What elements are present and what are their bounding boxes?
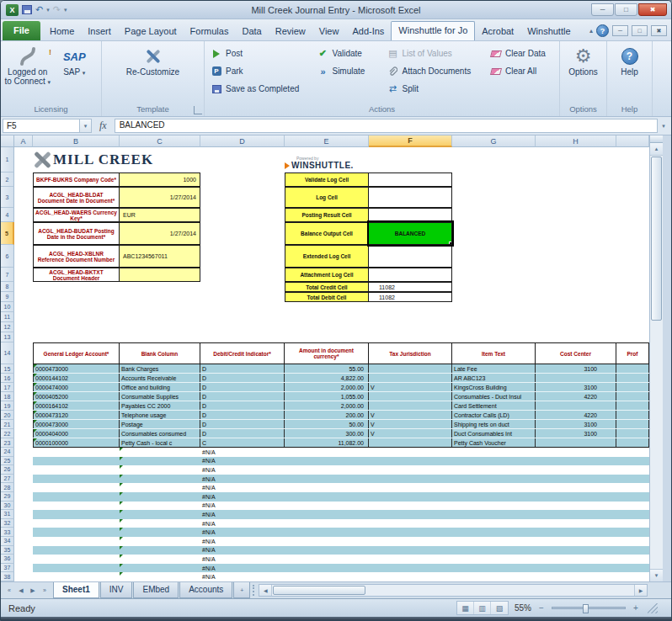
scroll-left-icon[interactable]: ◀ — [259, 585, 272, 596]
last-sheet-icon[interactable]: » — [40, 587, 50, 593]
row-header-26[interactable]: 26 — [1, 465, 14, 475]
ledger-cell[interactable]: 0000474000 — [33, 383, 120, 391]
row-header-17[interactable]: 17 — [1, 383, 14, 392]
row-header-7[interactable]: 7 — [1, 268, 14, 282]
page-break-view-icon[interactable]: ▧ — [491, 602, 508, 614]
ledger-cell[interactable]: 11,082.00 — [285, 438, 369, 447]
ledger-cell[interactable]: 4220 — [536, 411, 616, 419]
sheet-tab-sheet1[interactable]: Sheet1 — [53, 582, 99, 598]
ledger-cell[interactable]: V — [369, 429, 452, 438]
column-header-b[interactable]: B — [33, 135, 120, 147]
na-value[interactable]: #N/A — [202, 528, 216, 537]
post-button[interactable]: Post — [208, 45, 314, 62]
ledger-cell[interactable]: C — [200, 438, 285, 447]
field-value[interactable] — [120, 268, 200, 282]
row-header-1[interactable]: 1 — [1, 147, 14, 172]
recustomize-button[interactable]: Re-Customize — [120, 45, 187, 77]
scroll-right-icon[interactable]: ▶ — [634, 585, 647, 596]
qat-customize-icon[interactable]: ▾ — [64, 7, 67, 13]
ledger-cell[interactable]: D — [200, 392, 285, 401]
ledger-cell[interactable]: Consumables consumed — [120, 429, 200, 438]
ledger-cell[interactable]: V — [369, 383, 452, 391]
row-header-29[interactable]: 29 — [1, 492, 14, 502]
scroll-up-icon[interactable]: ▲ — [650, 143, 663, 156]
collapse-ribbon-icon[interactable]: ▴ — [589, 27, 593, 34]
na-value[interactable]: #N/A — [202, 483, 216, 492]
help-icon[interactable]: ? — [596, 24, 609, 37]
row-header-33[interactable]: 33 — [1, 528, 14, 537]
sap-button[interactable]: SAP SAP ▾ — [51, 45, 99, 77]
tab-file[interactable]: File — [3, 21, 40, 40]
row-header-34[interactable]: 34 — [1, 537, 14, 546]
row-header-35[interactable]: 35 — [1, 546, 14, 555]
tab-winshuttle-for-jo[interactable]: Winshuttle for Jo — [391, 21, 475, 40]
ledger-cell[interactable]: D — [200, 383, 285, 391]
vertical-scroll-thumb[interactable] — [651, 157, 662, 321]
log-value[interactable] — [369, 172, 452, 187]
tab-acrobat[interactable]: Acrobat — [475, 23, 520, 40]
ledger-cell[interactable]: 3100 — [536, 383, 616, 391]
column-header-g[interactable]: G — [452, 135, 536, 147]
column-header-a[interactable]: A — [14, 135, 33, 147]
options-button[interactable]: ⚙ Options — [563, 45, 603, 77]
row-header-21[interactable]: 21 — [1, 420, 14, 429]
dialog-launcher-icon[interactable] — [194, 106, 202, 114]
ledger-cell[interactable]: 1,055.00 — [285, 392, 369, 401]
ledger-cell[interactable]: 0000164102 — [33, 401, 120, 410]
tab-data[interactable]: Data — [235, 23, 268, 40]
log-value[interactable] — [369, 268, 452, 282]
ledger-cell[interactable]: KingsCross Building — [452, 383, 536, 391]
ledger-cell[interactable]: Bank Charges — [120, 364, 200, 373]
field-value[interactable]: 1000 — [120, 172, 200, 187]
horizontal-scrollbar[interactable]: ◀ ▶ — [259, 584, 648, 597]
ledger-cell[interactable]: Accounts Receivable — [120, 374, 200, 382]
ledger-cell[interactable]: Office and building — [120, 383, 200, 391]
na-value[interactable]: #N/A — [202, 492, 216, 502]
ledger-cell[interactable] — [369, 392, 452, 401]
row-header-11[interactable]: 11 — [1, 312, 14, 322]
row-header-19[interactable]: 19 — [1, 401, 14, 411]
ledger-cell[interactable] — [616, 438, 649, 447]
row-header-32[interactable]: 32 — [1, 519, 14, 528]
tab-add-ins[interactable]: Add-Ins — [345, 23, 391, 40]
prev-sheet-icon[interactable]: ◀ — [16, 587, 26, 594]
ledger-cell[interactable]: V — [369, 420, 452, 428]
excel-app-icon[interactable]: X — [6, 4, 19, 16]
tab-page-layout[interactable]: Page Layout — [118, 23, 184, 40]
zoom-level[interactable]: 55% — [515, 603, 531, 613]
row-header-15[interactable]: 15 — [1, 364, 14, 374]
ledger-cell[interactable]: Payables CC 2000 — [120, 401, 200, 410]
ledger-cell[interactable] — [616, 429, 649, 438]
ledger-cell[interactable]: 0000473000 — [33, 364, 120, 373]
park-button[interactable]: PPark — [208, 62, 314, 80]
ledger-cell[interactable]: 3100 — [536, 429, 616, 438]
ledger-cell[interactable] — [616, 364, 649, 373]
log-value[interactable] — [369, 187, 452, 208]
ledger-cell[interactable] — [616, 401, 649, 410]
ledger-cell[interactable] — [616, 374, 649, 382]
row-header-31[interactable]: 31 — [1, 510, 14, 519]
ledger-cell[interactable]: 0000405200 — [33, 392, 120, 401]
next-sheet-icon[interactable]: ▶ — [28, 587, 38, 594]
simulate-button[interactable]: »Simulate — [314, 62, 384, 80]
list-of-values-button[interactable]: ▤List of Values — [384, 45, 488, 62]
ledger-cell[interactable]: AR ABC123 — [452, 374, 536, 382]
ledger-cell[interactable] — [616, 392, 649, 401]
ledger-cell[interactable]: Card Settlement — [452, 401, 536, 410]
ledger-cell[interactable]: Late Fee — [452, 364, 536, 373]
ledger-cell[interactable]: 0000144102 — [33, 374, 120, 382]
ledger-cell[interactable]: 300.00 — [285, 429, 369, 438]
log-value[interactable] — [369, 208, 452, 222]
tab-home[interactable]: Home — [43, 23, 81, 40]
ledger-cell[interactable]: 0000473120 — [33, 411, 120, 419]
row-header-22[interactable]: 22 — [1, 429, 14, 438]
row-header-20[interactable]: 20 — [1, 411, 14, 420]
normal-view-icon[interactable]: ▦ — [457, 602, 474, 614]
ledger-cell[interactable]: D — [200, 411, 285, 419]
column-header[interactable] — [616, 135, 649, 147]
ledger-cell[interactable]: Postage — [120, 420, 200, 428]
row-header-8[interactable]: 8 — [1, 282, 14, 292]
log-value[interactable]: 11082 — [369, 282, 452, 292]
zoom-in-icon[interactable]: + — [632, 603, 640, 613]
field-value[interactable]: 1/27/2014 — [120, 222, 200, 245]
